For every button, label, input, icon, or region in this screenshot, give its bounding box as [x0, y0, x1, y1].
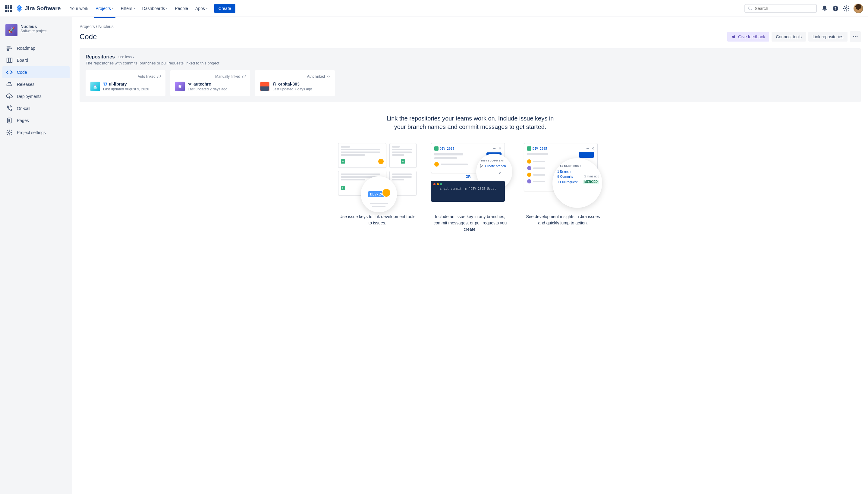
svg-rect-9: [9, 58, 10, 63]
onboard-caption: Include an issue key in any branches, co…: [431, 213, 509, 232]
chevron-down-icon: ▾: [133, 55, 134, 59]
onboard-column-3: DEV-2095 ⋯ ✕ EVELOPMENT 1 Branch: [524, 143, 602, 232]
repo-name: orbital-303: [273, 82, 312, 87]
gitlab-icon: [188, 82, 192, 86]
search-input[interactable]: [755, 6, 813, 11]
repo-card[interactable]: Auto linked orbital-303 Last updated 7 d…: [255, 70, 335, 96]
repositories-panel: Repositories see less▾ The repositories …: [79, 48, 861, 102]
project-header[interactable]: 🚀 Nucleus Software project: [2, 24, 70, 42]
nav-people[interactable]: People: [172, 4, 191, 13]
notifications-icon[interactable]: [820, 4, 829, 13]
svg-point-25: [482, 165, 482, 166]
repositories-title: Repositories: [86, 54, 115, 60]
repo-updated: Last updated August 9, 2020: [103, 87, 149, 91]
project-name: Nucleus: [20, 24, 47, 29]
svg-rect-5: [7, 46, 10, 47]
sidebar-item-deployments[interactable]: Deployments: [2, 90, 70, 102]
repositories-subtitle: The repositories with commits, branches …: [86, 61, 855, 65]
repo-avatar: [90, 82, 100, 91]
cursor-icon: [498, 171, 502, 175]
svg-rect-7: [7, 50, 9, 51]
oncall-icon: [6, 105, 13, 112]
page-title: Code: [79, 33, 97, 41]
help-icon[interactable]: ?: [831, 4, 840, 13]
repo-updated: Last updated 7 days ago: [273, 87, 312, 91]
header-actions: Give feedback Connect tools Link reposit…: [727, 31, 861, 42]
branch-icon: [479, 164, 483, 168]
connect-tools-button[interactable]: Connect tools: [772, 32, 806, 42]
repo-avatar: [175, 82, 185, 91]
jira-logo[interactable]: Jira Software: [16, 5, 60, 12]
chevron-down-icon: ▾: [166, 7, 168, 10]
gear-icon: [6, 129, 13, 136]
svg-point-0: [749, 7, 751, 9]
svg-point-15: [8, 132, 10, 133]
onboard-caption: Use issue keys to link development tools…: [338, 213, 417, 226]
svg-line-1: [751, 9, 752, 10]
svg-rect-8: [7, 58, 8, 63]
see-less-toggle[interactable]: see less▾: [118, 55, 134, 59]
onboarding-cards: ▬▬▬▬▬ DEV-2095 Use issue: [79, 143, 861, 232]
unlink-icon[interactable]: [327, 74, 331, 79]
nav-your-work[interactable]: Your work: [67, 4, 91, 13]
sidebar-item-project-settings[interactable]: Project settings: [2, 127, 70, 138]
repo-link-type: Auto linked: [138, 74, 161, 79]
project-type: Software project: [20, 29, 47, 33]
project-icon: 🚀: [5, 24, 17, 36]
repo-card[interactable]: Manually linked autechre Last updated 2 …: [170, 70, 250, 96]
top-nav: Jira Software Your work Projects▾ Filter…: [0, 0, 868, 17]
sidebar-item-oncall[interactable]: On-call: [2, 102, 70, 114]
nav-projects[interactable]: Projects▾: [93, 4, 117, 13]
settings-icon[interactable]: [842, 4, 851, 13]
sidebar-item-releases[interactable]: Releases: [2, 78, 70, 90]
sidebar-item-code[interactable]: Code: [2, 66, 70, 78]
bitbucket-icon: [103, 82, 107, 86]
sidebar-item-board[interactable]: Board: [2, 54, 70, 66]
svg-point-23: [480, 165, 480, 165]
nav-filters[interactable]: Filters▾: [118, 4, 138, 13]
nav-items: Your work Projects▾ Filters▾ Dashboards▾…: [67, 4, 744, 13]
nav-dashboards[interactable]: Dashboards▾: [139, 4, 171, 13]
svg-point-17: [855, 36, 856, 37]
svg-rect-6: [7, 48, 12, 49]
nav-apps[interactable]: Apps▾: [192, 4, 211, 13]
give-feedback-button[interactable]: Give feedback: [727, 32, 770, 42]
svg-point-22: [93, 87, 97, 89]
app-switcher-icon[interactable]: [5, 5, 12, 12]
main-content: Projects / Nucleus Code Give feedback Co…: [72, 17, 868, 494]
github-icon: [273, 82, 277, 86]
logo-text: Jira Software: [25, 5, 60, 12]
sidebar-item-pages[interactable]: Pages: [2, 114, 70, 127]
repo-name: autechre: [188, 82, 227, 87]
search-box[interactable]: [744, 4, 817, 13]
megaphone-icon: [732, 34, 736, 39]
repo-avatar: [260, 82, 270, 91]
deployments-icon: [6, 93, 13, 100]
chevron-down-icon: ▾: [133, 7, 135, 10]
svg-point-18: [856, 36, 857, 37]
search-icon: [748, 6, 752, 11]
unlink-icon[interactable]: [157, 74, 161, 79]
more-actions-button[interactable]: [850, 31, 861, 42]
onboard-column-2: DEV-2095 ⋯ ✕ DEVELOPMENT: [431, 143, 509, 232]
user-avatar[interactable]: [853, 4, 863, 13]
sidebar-item-roadmap[interactable]: Roadmap: [2, 42, 70, 54]
link-repositories-button[interactable]: Link repositories: [808, 32, 848, 42]
unlink-icon[interactable]: [242, 74, 246, 79]
onboard-column-1: ▬▬▬▬▬ DEV-2095 Use issue: [338, 143, 417, 232]
chevron-down-icon: ▾: [206, 7, 208, 10]
illustration-create-branch: DEV-2095 ⋯ ✕ DEVELOPMENT: [431, 143, 509, 206]
svg-point-4: [845, 7, 847, 10]
repo-link-type: Auto linked: [307, 74, 331, 79]
onboard-caption: See development insights in Jira issues …: [524, 213, 602, 226]
releases-icon: [6, 81, 13, 88]
create-button[interactable]: Create: [214, 4, 235, 13]
repo-card[interactable]: Auto linked ui-library Last updated Augu…: [86, 70, 165, 96]
code-icon: [6, 69, 13, 76]
svg-rect-10: [11, 58, 12, 63]
repo-updated: Last updated 2 days ago: [188, 87, 227, 91]
pages-icon: [6, 117, 13, 124]
svg-text:?: ?: [834, 6, 837, 11]
breadcrumb[interactable]: Projects / Nucleus: [79, 24, 861, 29]
jira-logo-icon: [16, 5, 23, 12]
